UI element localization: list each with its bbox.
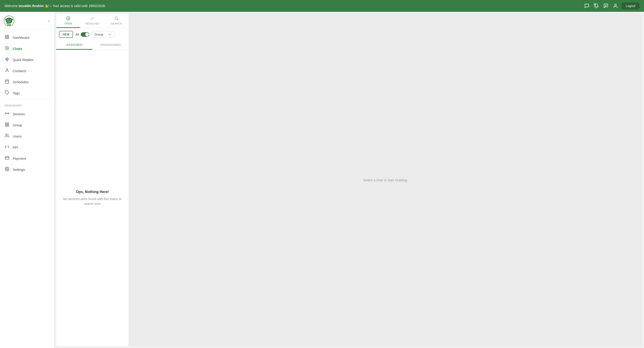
svg-line-36 bbox=[117, 19, 118, 20]
contacts-icon bbox=[4, 68, 10, 74]
sidebar-item-group[interactable]: Group bbox=[0, 120, 54, 131]
topbar: Welcome Izzuddin Ibrahim 👋! – Your acces… bbox=[0, 0, 644, 12]
sidebar-item-label: Contacts bbox=[13, 69, 26, 73]
tab-open[interactable]: OPEN bbox=[56, 14, 80, 28]
all-toggle-switch[interactable] bbox=[81, 32, 89, 37]
svg-rect-28 bbox=[6, 125, 7, 126]
sidebar-item-label: Settings bbox=[13, 168, 25, 172]
empty-state: Ops, Nothing Here! No services were foun… bbox=[56, 50, 128, 346]
chevron-down-icon bbox=[108, 33, 111, 36]
sidebar-item-devices[interactable]: Devices bbox=[0, 108, 54, 120]
svg-rect-29 bbox=[8, 125, 9, 126]
content-area: OPEN RESOLVED SEARCH NEW bbox=[54, 12, 644, 348]
logout-button[interactable]: Logout bbox=[622, 3, 640, 9]
svg-point-17 bbox=[6, 48, 8, 49]
chat-view-panel: Select a chat to start chatting. bbox=[129, 14, 642, 346]
search-tab-icon bbox=[114, 16, 118, 21]
chats-icon bbox=[4, 46, 10, 52]
wabot-logo: CHAT bbox=[4, 16, 14, 26]
svg-rect-27 bbox=[8, 123, 9, 124]
nav-items: Dashboard Chats Quick Replies bbox=[0, 30, 54, 177]
new-chat-button[interactable]: NEW bbox=[59, 31, 73, 38]
svg-rect-13 bbox=[8, 35, 9, 37]
sidebar: CHAT ‹ Dashboard Chats bbox=[0, 12, 54, 348]
dashboard-icon bbox=[4, 35, 10, 40]
tab-search[interactable]: SEARCH bbox=[104, 14, 128, 28]
sidebar-item-label: Chats bbox=[13, 47, 22, 51]
sidebar-item-label: Tags bbox=[13, 91, 20, 95]
schedules-icon bbox=[4, 79, 10, 85]
sidebar-header: CHAT ‹ bbox=[0, 12, 54, 30]
sidebar-item-label: Dashboard bbox=[13, 36, 29, 40]
sidebar-item-settings[interactable]: Settings bbox=[0, 164, 54, 175]
toggle-knob bbox=[85, 33, 89, 36]
chat-tabs-row: OPEN RESOLVED SEARCH bbox=[56, 14, 128, 28]
sidebar-item-label: Group bbox=[13, 123, 22, 127]
sub-tab-assigned[interactable]: ASSIGNED bbox=[56, 41, 92, 50]
sidebar-item-chats[interactable]: Chats bbox=[0, 43, 54, 54]
sidebar-collapse-button[interactable]: ‹ bbox=[48, 18, 50, 24]
svg-point-5 bbox=[6, 18, 12, 24]
messages-icon-btn[interactable] bbox=[584, 3, 590, 9]
sidebar-item-quick-replies[interactable]: Quick Replies bbox=[0, 54, 54, 65]
sidebar-item-contacts[interactable]: Contacts bbox=[0, 65, 54, 77]
sidebar-item-label: API bbox=[13, 145, 18, 149]
chat-list-panel: OPEN RESOLVED SEARCH NEW bbox=[56, 14, 129, 346]
svg-rect-15 bbox=[8, 38, 9, 39]
users-icon bbox=[4, 133, 10, 139]
tab-resolved[interactable]: RESOLVED bbox=[80, 14, 104, 28]
resolved-tab-icon bbox=[90, 16, 94, 21]
sub-tab-unassigned[interactable]: UNASSIGNED bbox=[92, 41, 129, 50]
empty-state-title: Ops, Nothing Here! bbox=[76, 190, 109, 194]
group-dropdown-label: Group bbox=[94, 33, 104, 36]
tab-search-label: SEARCH bbox=[111, 22, 122, 25]
svg-point-30 bbox=[6, 134, 7, 136]
sidebar-item-dashboard[interactable]: Dashboard bbox=[0, 32, 54, 43]
toggle-all-label: All bbox=[75, 33, 79, 36]
svg-rect-31 bbox=[5, 157, 9, 159]
sidebar-item-users[interactable]: Users bbox=[0, 131, 54, 142]
svg-point-8 bbox=[5, 19, 6, 20]
settings-icon bbox=[4, 167, 10, 172]
empty-state-description: No services were found with this status … bbox=[61, 197, 124, 206]
svg-point-16 bbox=[6, 47, 9, 50]
sidebar-item-label: Devices bbox=[13, 112, 25, 116]
user-name: Izzuddin Ibrahim bbox=[18, 4, 44, 8]
open-tab-icon bbox=[66, 16, 70, 21]
svg-text:CHAT: CHAT bbox=[8, 24, 11, 26]
svg-point-19 bbox=[6, 69, 8, 70]
notification-icon-btn[interactable] bbox=[593, 3, 600, 9]
svg-rect-26 bbox=[6, 123, 7, 124]
svg-point-33 bbox=[6, 169, 8, 170]
svg-point-35 bbox=[115, 17, 118, 20]
group-icon bbox=[4, 122, 10, 128]
svg-point-7 bbox=[10, 20, 11, 21]
api-icon bbox=[4, 145, 10, 150]
svg-rect-14 bbox=[6, 38, 7, 39]
svg-marker-18 bbox=[6, 57, 9, 61]
admin-section-label: Administration bbox=[0, 101, 54, 108]
sidebar-item-tags[interactable]: Tags bbox=[0, 88, 54, 99]
sidebar-item-schedules[interactable]: Schedules bbox=[0, 77, 54, 88]
sidebar-item-label: Schedules bbox=[13, 80, 28, 84]
sidebar-item-payment[interactable]: Payment bbox=[0, 153, 54, 164]
sidebar-item-label: Users bbox=[13, 134, 22, 138]
sub-tabs-row: ASSIGNED UNASSIGNED bbox=[56, 41, 128, 50]
tags-icon bbox=[4, 90, 10, 96]
svg-rect-12 bbox=[6, 35, 7, 37]
group-dropdown[interactable]: Group bbox=[92, 31, 114, 38]
main-layout: CHAT ‹ Dashboard Chats bbox=[0, 12, 644, 348]
svg-point-3 bbox=[615, 4, 616, 6]
chat-list-icon-btn[interactable] bbox=[602, 3, 609, 9]
sidebar-item-api[interactable]: API bbox=[0, 142, 54, 153]
tab-resolved-label: RESOLVED bbox=[85, 22, 100, 25]
svg-point-9 bbox=[12, 19, 13, 20]
filter-row: NEW All Group bbox=[56, 28, 128, 41]
sidebar-divider bbox=[4, 100, 50, 100]
profile-icon-btn[interactable] bbox=[612, 3, 619, 9]
payment-icon bbox=[4, 156, 10, 161]
all-toggle-group: All bbox=[75, 32, 89, 37]
svg-point-6 bbox=[8, 20, 8, 21]
quick-replies-icon bbox=[4, 57, 10, 63]
logo-area: CHAT bbox=[4, 16, 14, 26]
